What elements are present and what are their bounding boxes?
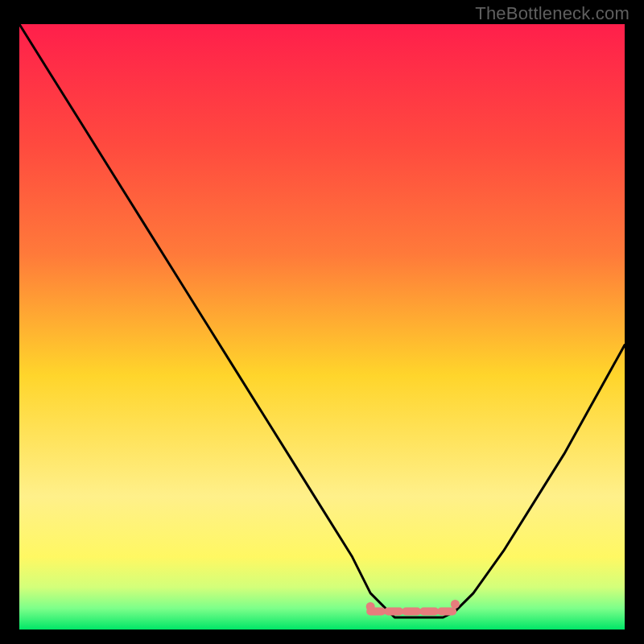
valley-marker-end [366, 602, 375, 611]
valley-marker-end [451, 600, 460, 609]
plot-area [19, 24, 625, 630]
chart-frame: TheBottleneck.com [0, 0, 644, 644]
gradient-background [19, 24, 625, 630]
chart-svg [19, 24, 625, 630]
watermark-text: TheBottleneck.com [475, 3, 630, 24]
